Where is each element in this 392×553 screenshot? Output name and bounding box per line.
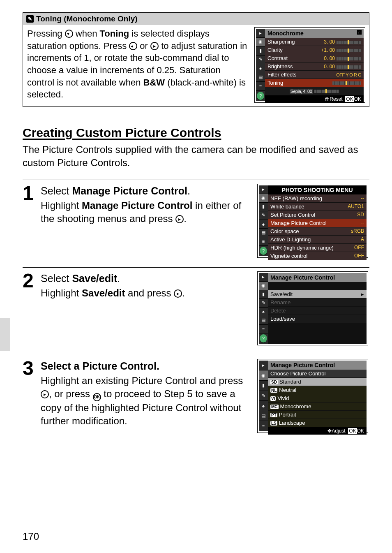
step-title: Select a Picture Control. [41,359,252,373]
lcd-spacer [268,282,367,290]
dpad-icon: ✥ [327,428,332,434]
lcd-footer: ✥Adjust OKOK [268,427,367,435]
chapter-side-tab [0,318,10,351]
lcd-row: Active D-LightingA [268,236,367,244]
ok-badge-icon: OK [348,428,357,434]
lcd-subheader: Choose Picture Control [268,370,367,378]
ok-badge-icon: OK [345,96,354,102]
lcd-tab-icon: ▮ [259,290,268,299]
lcd-row: HDR (high dynamic range)OFF [268,244,367,252]
lcd-row: Contrast0. 00 [265,54,364,62]
lcd-tab-icon: ✎ [259,391,268,401]
step-number: 2 [23,272,35,289]
lcd-row: Sharpening3. 00 [265,38,364,46]
lcd-tab-icon: ◉ [259,194,268,203]
trash-icon: 🗑 [325,96,330,102]
toning-bar-icon [332,81,361,85]
lcd-row: PTPortrait [268,411,367,419]
lcd-row: Brightness0. 00 [265,62,364,71]
lcd-choose-picture-control: ▸ ◉ ▮ ✎ ♠ ▤ ≡ Manage Picture Control Cho… [258,359,368,433]
step-description: Highlight an existing Picture Control an… [41,374,252,428]
lcd-tab-icon: ≡ [259,421,268,431]
lcd-tab-icon: ✎ [259,211,268,220]
step-1: 1 Select Manage Picture Control. Highlig… [23,180,369,257]
step-number: 3 [23,359,35,377]
note-box-toning: ✎ Toning (Monochrome Only) Pressing when… [23,12,369,107]
lcd-spacer [268,323,367,344]
slider-bar-icon [337,57,361,60]
dpad-left-icon [129,42,137,50]
step-title: Select Save/edit. [41,272,252,286]
lcd-tab-icon: ◉ [259,370,268,381]
lcd-tab-icon: ▮ [259,203,268,211]
lcd-row-highlight: Toning [265,79,364,87]
lcd-tab-icon: ≡ [256,82,265,91]
page-number: 170 [23,531,39,542]
section-intro: The Picture Controls supplied with the c… [23,143,369,170]
lcd-tab-icon: ≡ [259,237,268,246]
lcd-row: NEF (RAW) recording-- [268,194,367,203]
dpad-right-icon [41,390,49,398]
lcd-tab-icon: ≡ [259,325,268,333]
lcd-row-highlight: Manage Picture Control-- [268,219,367,227]
lcd-tabs: ▸ ◉ ▮ ✎ ♠ ▤ ≡ ? [259,273,268,344]
dpad-right-icon [174,289,182,298]
slider-bar-icon [337,65,361,69]
lcd-row: White balanceAUTO1 [268,203,367,211]
lcd-header: Monochrome🅰 [265,29,364,38]
lcd-header: Manage Picture Control [268,273,367,282]
step-3: 3 Select a Picture Control. Highlight an… [23,355,369,433]
step-title: Select Manage Picture Control. [41,184,252,198]
lcd-tab-help-icon: ? [257,92,264,101]
step-number: 1 [23,184,35,202]
lcd-header: Manage Picture Control [268,361,367,370]
step-description: Highlight Save/edit and press . [41,287,252,300]
lcd-row: Set Picture ControlSD [268,211,367,219]
lcd-row: Load/save [268,315,367,323]
note-title-row: ✎ Toning (Monochrome Only) [23,13,369,25]
lcd-row: Color spacesRGB [268,227,367,236]
lcd-tab-icon: ▤ [256,73,265,82]
slider-bar-icon [337,49,361,52]
lcd-row: VIVivid [268,394,367,403]
lcd-header: PHOTO SHOOTING MENU [268,185,367,194]
lcd-footer: 🗑Reset OKOK [265,95,364,103]
lcd-save-edit-menu: ▸ ◉ ▮ ✎ ♠ ▤ ≡ ? Manage Picture Control S… [258,272,368,345]
lcd-tab-icon: ◉ [256,38,265,47]
lcd-row-disabled: Rename [268,298,367,307]
lcd-row: LSLandscape [268,419,367,427]
lcd-row: Vignette controlOFF [268,252,367,260]
slider-bar-icon [314,90,339,93]
lcd-tab-icon: ▮ [256,46,265,56]
lcd-tab-icon: ✎ [259,299,268,308]
lcd-tabs: ▸ ◉ ▮ ✎ ♠ ▤ ≡ [259,361,268,431]
dpad-down-icon [65,30,73,38]
lcd-tab-icon: ▸ [259,185,268,194]
lcd-tab-icon: ♠ [259,308,268,316]
dpad-right-icon [150,42,159,50]
ok-button-icon: OK [93,393,101,401]
chevron-right-icon: ▸ [361,291,364,297]
lcd-tab-icon: ▸ [256,29,265,38]
lcd-tab-icon: ▮ [259,381,268,391]
lcd-tab-icon: ▤ [259,229,268,237]
dpad-right-icon [175,215,184,223]
lcd-row: MCMonochrome [268,403,367,411]
lcd-photo-shooting-menu: ▸ ◉ ▮ ✎ ♠ ▤ ≡ ? PHOTO SHOOTING MENU NEF … [258,184,368,257]
lcd-tab-icon: ▸ [259,273,268,282]
lcd-tab-icon: ♠ [259,220,268,229]
lcd-row: Sepia, 4. 00 [265,87,364,95]
slider-bar-icon [337,41,361,44]
lcd-tab-icon: ♠ [256,64,265,73]
lcd-tabs: ▸ ◉ ▮ ✎ ♠ ▤ ≡ ? [256,29,265,101]
lcd-row: Filter effectsOFF Y O R G [265,71,364,79]
lcd-tab-help-icon: ? [260,247,267,255]
lcd-row: NLNeutral [268,386,367,394]
lcd-tab-help-icon: ? [260,334,267,343]
section-heading: Creating Custom Picture Controls [23,126,369,140]
note-text: Pressing when Toning is selected display… [27,28,250,102]
lcd-tab-icon: ▸ [259,361,268,371]
lcd-tab-icon: ▤ [259,411,268,421]
lcd-tab-icon: ◉ [259,282,268,290]
note-title: Toning (Monochrome Only) [36,14,138,23]
